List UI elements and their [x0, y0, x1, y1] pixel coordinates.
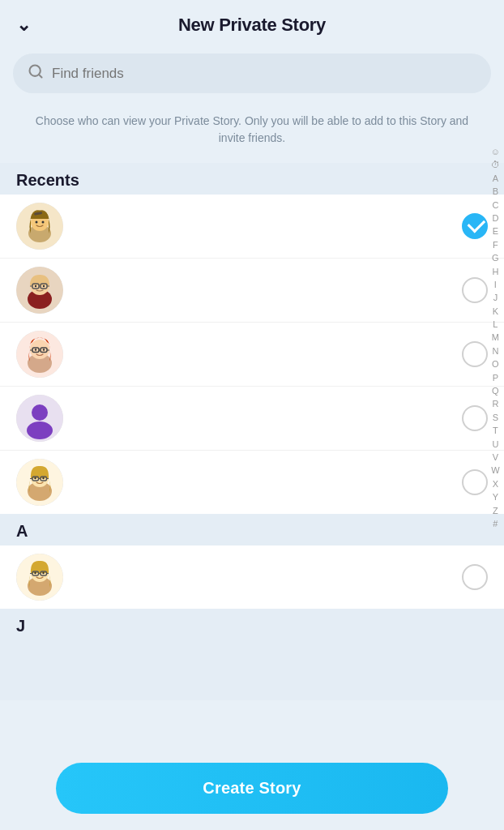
- alpha-n[interactable]: N: [489, 345, 501, 357]
- list-item[interactable]: [0, 323, 504, 387]
- select-checkbox[interactable]: [462, 341, 488, 367]
- alpha-q[interactable]: Q: [489, 385, 502, 397]
- list-item[interactable]: [0, 387, 504, 451]
- a-section-list: [0, 545, 504, 609]
- alpha-i[interactable]: I: [492, 279, 499, 291]
- svg-point-14: [35, 285, 36, 287]
- avatar: [16, 331, 63, 378]
- alpha-o[interactable]: O: [489, 358, 502, 370]
- svg-point-6: [36, 221, 38, 224]
- svg-line-1: [39, 75, 42, 78]
- alpha-f[interactable]: F: [490, 239, 501, 251]
- select-checkbox[interactable]: [462, 469, 488, 495]
- search-input[interactable]: [52, 66, 476, 82]
- list-item[interactable]: [0, 259, 504, 323]
- alpha-w[interactable]: W: [489, 464, 502, 477]
- alpha-s[interactable]: S: [490, 412, 501, 424]
- alphabet-index: ☺ ⏱ A B C D E F G H I J K L M N O P Q R …: [489, 146, 502, 530]
- svg-point-15: [43, 285, 45, 287]
- j-section-header: J: [0, 609, 504, 700]
- alpha-l[interactable]: L: [490, 319, 500, 331]
- alpha-p[interactable]: P: [490, 372, 501, 384]
- alpha-k[interactable]: K: [490, 306, 501, 318]
- alpha-v[interactable]: V: [490, 451, 501, 464]
- avatar: [16, 459, 63, 506]
- create-button-container: Create Story: [0, 753, 504, 830]
- alpha-m[interactable]: M: [489, 332, 502, 344]
- select-checkbox[interactable]: [462, 405, 488, 431]
- alpha-g[interactable]: G: [489, 252, 502, 264]
- search-icon: [28, 63, 44, 83]
- alpha-hash[interactable]: #: [490, 518, 500, 530]
- alpha-emoji-icon[interactable]: ☺: [489, 146, 502, 158]
- alpha-h[interactable]: H: [489, 266, 501, 278]
- description-text: Choose who can view your Private Story. …: [0, 106, 504, 163]
- select-checkbox[interactable]: [462, 564, 488, 590]
- svg-point-40: [42, 477, 44, 479]
- alpha-b[interactable]: B: [490, 186, 501, 198]
- back-chevron-icon[interactable]: ⌄: [16, 15, 31, 36]
- svg-point-30: [27, 421, 53, 439]
- search-container: [0, 45, 504, 106]
- svg-point-26: [35, 349, 36, 350]
- a-section-header: A: [0, 514, 504, 545]
- avatar: [16, 554, 63, 601]
- search-bar[interactable]: [13, 53, 491, 93]
- alpha-d[interactable]: D: [489, 212, 501, 225]
- list-item[interactable]: [0, 451, 504, 514]
- alpha-r[interactable]: R: [489, 398, 501, 410]
- svg-point-49: [34, 572, 36, 574]
- header: ⌄ New Private Story: [0, 0, 504, 45]
- page-title: New Private Story: [178, 15, 326, 36]
- recents-section-header: Recents: [0, 163, 504, 195]
- alpha-clock-icon[interactable]: ⏱: [489, 159, 502, 171]
- list-item[interactable]: [0, 195, 504, 259]
- select-checkbox[interactable]: [462, 213, 488, 239]
- alpha-y[interactable]: Y: [490, 491, 501, 503]
- alpha-j[interactable]: J: [491, 292, 501, 304]
- svg-point-7: [42, 221, 45, 224]
- avatar: [16, 203, 63, 250]
- list-item[interactable]: [0, 545, 504, 609]
- svg-point-29: [32, 404, 48, 421]
- select-checkbox[interactable]: [462, 277, 488, 303]
- avatar: [16, 395, 63, 442]
- create-story-button[interactable]: Create Story: [56, 763, 448, 814]
- content-area: Recents: [0, 163, 504, 700]
- alpha-c[interactable]: C: [489, 199, 501, 212]
- alpha-z[interactable]: Z: [490, 505, 501, 517]
- svg-point-50: [42, 572, 44, 574]
- avatar: [16, 267, 63, 314]
- svg-point-27: [43, 349, 45, 350]
- alpha-u[interactable]: U: [489, 439, 501, 451]
- alpha-a[interactable]: A: [490, 173, 501, 185]
- alpha-t[interactable]: T: [490, 425, 501, 437]
- alpha-e[interactable]: E: [490, 225, 501, 237]
- svg-point-39: [34, 477, 36, 479]
- alpha-x[interactable]: X: [490, 478, 501, 490]
- recents-list: [0, 195, 504, 514]
